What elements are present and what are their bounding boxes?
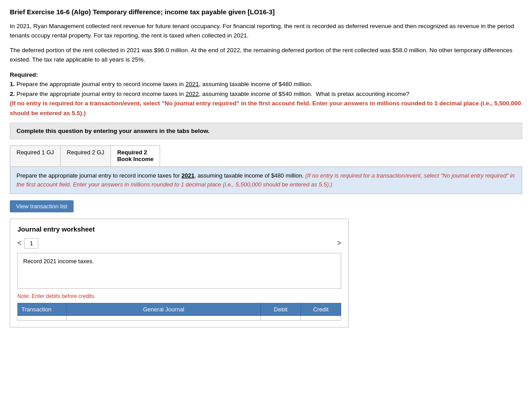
tab-content: Prepare the appropriate journal entry to… xyxy=(10,166,522,194)
tab-required-2-book-income[interactable]: Required 2Book Income xyxy=(111,146,160,166)
worksheet-title: Journal entry worksheet xyxy=(17,225,341,233)
table-row xyxy=(18,315,341,320)
col-header-transaction: Transaction xyxy=(18,303,67,315)
page-title: Brief Exercise 16-6 (Algo) Temporary dif… xyxy=(10,8,522,16)
page-number: 1 xyxy=(24,238,38,248)
required-item-2: 2. Prepare the appropriate journal entry… xyxy=(10,89,522,99)
nav-left-arrow[interactable]: < xyxy=(17,239,21,247)
tab-required-1-gj[interactable]: Required 1 GJ xyxy=(10,146,61,166)
entry-description: Record 2021 income taxes. xyxy=(17,253,341,289)
nav-row: < 1 > xyxy=(17,238,341,248)
tabs-container: Required 1 GJ Required 2 GJ Required 2Bo… xyxy=(10,145,160,166)
red-instruction: (If no entry is required for a transacti… xyxy=(10,99,522,118)
required-label: Required: xyxy=(10,71,38,78)
tab-required-2-gj[interactable]: Required 2 GJ xyxy=(61,146,111,166)
note-text: Note: Enter debits before credits. xyxy=(17,293,341,299)
nav-right-arrow[interactable]: > xyxy=(337,239,341,247)
required-item-1: 1. Prepare the appropriate journal entry… xyxy=(10,79,522,89)
debit-cell xyxy=(261,315,301,320)
transaction-cell xyxy=(18,315,67,320)
view-transaction-button[interactable]: View transaction list xyxy=(10,200,74,212)
complete-box: Complete this question by entering your … xyxy=(10,123,522,139)
worksheet-container: Journal entry worksheet < 1 > Record 202… xyxy=(10,219,349,327)
tab-red-instruction: (If no entry is required for a transacti… xyxy=(16,172,515,188)
intro-paragraph-1: In 2021, Ryan Management collected rent … xyxy=(10,22,522,41)
required-section: Required: 1. Prepare the appropriate jou… xyxy=(10,70,522,118)
journal-table: Transaction General Journal Debit Credit xyxy=(17,303,341,321)
col-header-general-journal: General Journal xyxy=(67,303,261,315)
col-header-credit: Credit xyxy=(301,303,341,315)
general-journal-cell xyxy=(67,315,261,320)
col-header-debit: Debit xyxy=(261,303,301,315)
year-highlight: 2021 xyxy=(181,172,194,179)
intro-paragraph-2: The deferred portion of the rent collect… xyxy=(10,46,522,65)
credit-cell xyxy=(301,315,341,320)
